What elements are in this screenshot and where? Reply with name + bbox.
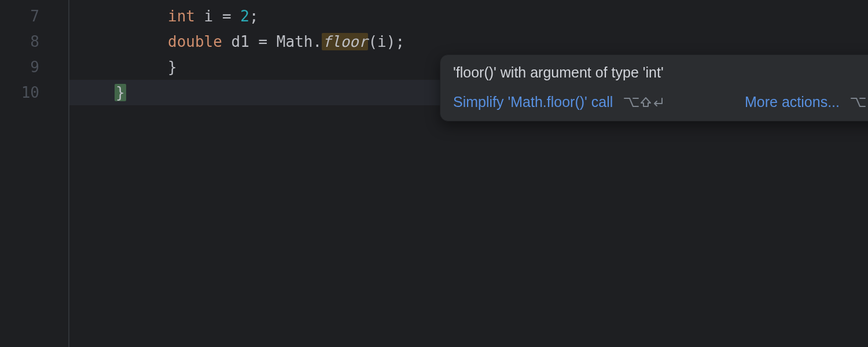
identifier: i [195,8,222,25]
fold-gutter [56,0,69,347]
line-number: 10 [0,80,56,105]
more-actions-link[interactable]: More actions... [745,94,840,110]
operator: = [222,8,231,25]
inspection-popup: 'floor()' with argument of type 'int' Si… [440,54,868,121]
identifier: i [377,33,387,50]
punctuation: ( [368,33,377,50]
code-editor[interactable]: 7 8 9 10 int i = 2; double d1 = Math.flo… [0,0,868,347]
method-call-warning[interactable]: floor [322,33,368,50]
action-group: Simplify 'Math.floor()' call [453,94,664,110]
keyword: double [168,33,222,50]
punctuation: ; [395,33,404,50]
operator: = [259,33,268,50]
code-line[interactable]: int i = 2; [69,3,868,29]
shortcut-hint [850,95,868,110]
line-number: 9 [0,54,56,80]
number-literal: 2 [240,8,249,25]
line-number: 8 [0,29,56,54]
action-group: More actions... [745,94,868,110]
space [231,8,241,25]
identifier: d1 [222,33,259,50]
space [267,33,277,50]
simplify-action-link[interactable]: Simplify 'Math.floor()' call [453,94,613,110]
class-ref: Math [277,33,313,50]
line-number-gutter: 7 8 9 10 [0,0,56,347]
brace-matched: } [115,84,126,101]
shortcut-hint [623,95,664,110]
line-number: 7 [0,3,56,29]
popup-header: 'floor()' with argument of type 'int' [453,64,868,81]
punctuation: . [312,33,322,50]
punctuation: ; [249,8,259,25]
popup-actions: Simplify 'Math.floor()' call [453,94,868,110]
inspection-title: 'floor()' with argument of type 'int' [453,64,664,81]
keyword: int [168,8,195,25]
code-line[interactable]: double d1 = Math.floor(i); [69,29,868,54]
punctuation: ) [387,33,396,50]
brace: } [168,58,177,76]
code-area[interactable]: int i = 2; double d1 = Math.floor(i); } … [69,0,868,347]
